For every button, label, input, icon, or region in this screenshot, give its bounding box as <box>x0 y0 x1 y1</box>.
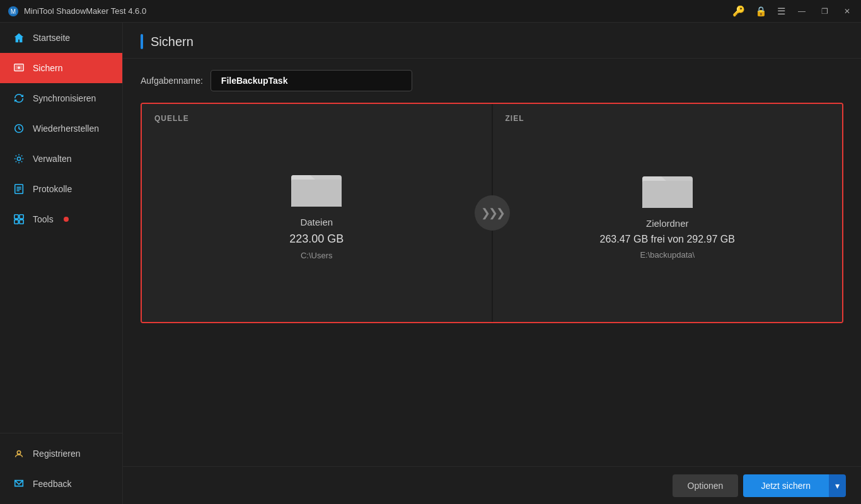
sidebar: Startseite Sichern Synchr <box>0 23 123 504</box>
home-icon <box>13 32 25 44</box>
task-name-row: Aufgabenname: <box>123 59 861 103</box>
svg-point-14 <box>17 451 20 454</box>
source-card[interactable]: QUELLE Dateien 223.00 GB C:\Users <box>142 104 492 322</box>
bottom-bar: Optionen Jetzt sichern ▾ <box>123 466 861 504</box>
manage-icon <box>13 152 25 165</box>
target-path: E:\backupdata\ <box>640 250 695 260</box>
feedback-icon <box>13 478 25 490</box>
source-type: Dateien <box>300 217 333 227</box>
sidebar-item-tools[interactable]: Tools <box>0 204 122 234</box>
target-label: ZIEL <box>506 114 524 123</box>
source-path: C:\Users <box>301 251 333 260</box>
target-type: Zielordner <box>646 218 689 229</box>
target-size: 263.47 GB frei von 292.97 GB <box>600 234 735 245</box>
titlebar: M MiniTool ShadowMaker Test 4.6.0 🔑 🔒 ☰ … <box>0 0 861 23</box>
svg-rect-13 <box>20 220 23 224</box>
logs-icon <box>13 183 25 195</box>
sidebar-item-register[interactable]: Registrieren <box>0 438 122 469</box>
sidebar-label-manage: Verwalten <box>33 154 71 164</box>
register-icon <box>13 447 25 460</box>
sidebar-label-home: Startseite <box>33 33 70 43</box>
svg-text:M: M <box>11 8 16 15</box>
app-layout: Startseite Sichern Synchr <box>0 23 861 504</box>
target-card[interactable]: ZIEL Zielordner 263.47 GB frei von 292.9… <box>493 104 843 322</box>
app-title: MiniTool ShadowMaker Test 4.6.0 <box>24 6 732 16</box>
sidebar-label-tools: Tools <box>33 214 54 224</box>
app-icon: M <box>8 6 19 17</box>
tools-icon <box>13 213 25 226</box>
lock-icon[interactable]: 🔒 <box>755 6 767 17</box>
restore-icon <box>13 122 25 135</box>
sidebar-label-backup: Sichern <box>33 63 62 73</box>
backup-area: QUELLE Dateien 223.00 GB C:\Users ❯❯❯ <box>141 103 843 323</box>
target-folder-icon <box>642 167 693 208</box>
task-name-input[interactable] <box>211 70 412 91</box>
menu-icon[interactable]: ☰ <box>777 6 785 17</box>
sidebar-label-register: Registrieren <box>33 449 80 459</box>
sidebar-item-manage[interactable]: Verwalten <box>0 144 122 174</box>
svg-rect-11 <box>20 215 23 219</box>
svg-point-5 <box>17 157 20 160</box>
arrow-icon: ❯❯❯ <box>481 206 504 220</box>
backup-now-group: Jetzt sichern ▾ <box>743 474 846 497</box>
sync-icon <box>13 92 25 105</box>
svg-rect-10 <box>14 215 18 219</box>
sidebar-label-feedback: Feedback <box>33 479 71 489</box>
svg-rect-12 <box>14 220 18 224</box>
content-area: Sichern Aufgabenname: QUELLE Dateien 223… <box>123 23 861 504</box>
svg-rect-16 <box>291 180 342 207</box>
sidebar-item-restore[interactable]: Wiederherstellen <box>0 113 122 144</box>
sidebar-label-logs: Protokolle <box>33 184 72 194</box>
sidebar-label-sync: Synchronisieren <box>33 93 96 103</box>
options-button[interactable]: Optionen <box>673 474 739 497</box>
sidebar-item-home[interactable]: Startseite <box>0 23 122 53</box>
source-label: QUELLE <box>154 114 189 123</box>
title-controls: 🔑 🔒 ☰ — ❐ ✕ <box>732 5 853 18</box>
source-size: 223.00 GB <box>289 232 344 246</box>
key-icon[interactable]: 🔑 <box>732 5 745 17</box>
backup-now-button[interactable]: Jetzt sichern <box>743 474 828 497</box>
sidebar-item-logs[interactable]: Protokolle <box>0 174 122 204</box>
arrow-circle: ❯❯❯ <box>475 195 510 231</box>
minimize-button[interactable]: — <box>795 5 808 18</box>
tools-notification-dot <box>64 217 69 222</box>
task-name-label: Aufgabenname: <box>141 76 203 86</box>
close-button[interactable]: ✕ <box>841 5 853 18</box>
page-title: Sichern <box>151 35 194 49</box>
header-accent <box>141 34 143 49</box>
backup-icon <box>13 62 25 74</box>
backup-now-dropdown[interactable]: ▾ <box>828 474 846 497</box>
sidebar-bottom: Registrieren Feedback <box>0 433 122 504</box>
source-folder-icon <box>291 166 342 207</box>
sidebar-item-sync[interactable]: Synchronisieren <box>0 83 122 113</box>
sidebar-item-feedback[interactable]: Feedback <box>0 469 122 499</box>
page-header: Sichern <box>123 23 861 59</box>
restore-button[interactable]: ❐ <box>818 5 831 18</box>
svg-rect-18 <box>642 181 693 208</box>
sidebar-item-backup[interactable]: Sichern <box>0 53 122 83</box>
sidebar-label-restore: Wiederherstellen <box>33 123 99 134</box>
